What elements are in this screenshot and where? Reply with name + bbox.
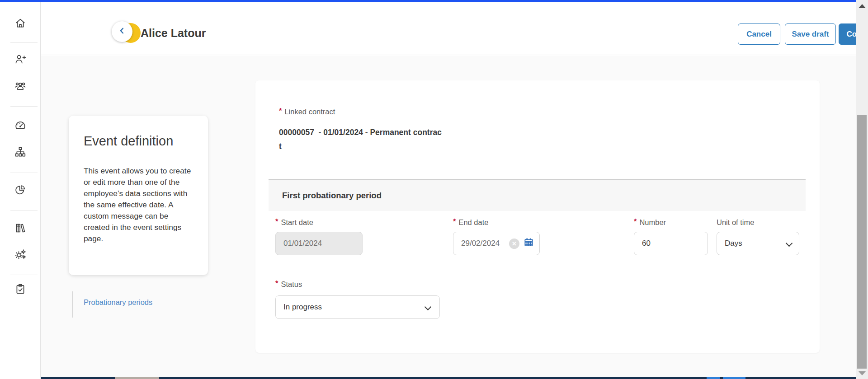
scroll-down-arrow-icon[interactable] [859,371,866,375]
horizontal-scroll-thumb [115,377,159,379]
end-date-input[interactable]: 29/02/2024 ✕ [453,232,540,255]
top-accent-bar [0,0,856,2]
card-title: Event definition [84,134,173,149]
nav-link-probationary-periods[interactable]: Probationary periods [84,298,152,307]
sidebar-item-tasks[interactable] [12,281,29,299]
chevron-down-icon [425,304,432,311]
clipboard-check-icon [14,283,27,297]
required-marker: * [275,279,278,287]
add-person-icon [14,53,27,67]
end-date-value: 29/02/2024 [461,239,509,248]
sidebar-item-people[interactable] [12,79,29,96]
card-body-text: This event allows you to create or edit … [84,165,196,244]
scroll-up-arrow-icon[interactable] [859,4,866,8]
number-input[interactable] [634,232,708,255]
calendar-icon [524,237,534,250]
cancel-button[interactable]: Cancel [738,23,780,45]
people-group-icon [14,80,27,94]
sidebar-item-settings[interactable] [12,247,29,264]
org-chart-icon [14,145,27,160]
bottom-edge-strip [0,377,856,379]
library-books-icon [14,222,27,236]
sidebar [0,2,41,377]
start-date-input [275,232,363,255]
sidebar-item-dashboard[interactable] [12,117,29,135]
status-select[interactable]: In progress [275,295,440,319]
dashboard-gauge-icon [14,119,27,133]
nav-indicator-bar [72,291,73,318]
sidebar-item-library[interactable] [12,220,29,238]
close-icon: ✕ [512,240,517,247]
end-date-label: *End date [453,218,488,227]
sidebar-item-add-person[interactable] [12,51,29,69]
start-date-label: *Start date [275,218,313,227]
section-header: First probationary period [269,179,806,211]
status-label: *Status [275,280,302,289]
page-title: Alice Latour [141,27,206,40]
main-content: Event definition This event allows you t… [41,56,856,377]
back-button[interactable] [112,21,132,42]
header: Alice Latour Cancel Save draft Confirm [41,2,856,55]
vertical-scrollbar[interactable] [856,0,868,379]
unit-of-time-label: Unit of time [717,218,754,227]
back-button-group [112,20,143,46]
sidebar-item-analytics[interactable] [12,182,29,199]
unit-of-time-value: Days [725,239,742,248]
chevron-down-icon [786,240,793,247]
sidebar-item-org-chart[interactable] [12,144,29,161]
status-value: In progress [283,303,322,312]
required-marker: * [453,217,456,225]
sidebar-divider [10,42,38,43]
required-marker: * [275,217,278,225]
number-label: *Number [634,218,666,227]
sidebar-divider [10,210,38,211]
settings-gears-icon [14,248,27,262]
save-draft-button[interactable]: Save draft [785,23,836,45]
sidebar-divider [10,173,38,173]
form-panel: *Linked contract 00000057 - 01/01/2024 -… [255,80,820,353]
scrollbar-thumb[interactable] [857,115,867,369]
bottom-bar-accent [707,377,720,379]
clear-date-button[interactable]: ✕ [509,239,519,249]
sidebar-divider [10,106,38,107]
required-marker: * [279,107,282,115]
sidebar-item-home[interactable] [12,15,29,33]
required-marker: * [634,217,637,225]
unit-of-time-select[interactable]: Days [717,232,799,255]
linked-contract-label: *Linked contract [279,108,335,116]
event-definition-card: Event definition This event allows you t… [69,116,208,275]
sidebar-divider [10,275,38,275]
pie-chart-icon [14,183,27,198]
calendar-button[interactable] [524,239,534,249]
linked-contract-value: 00000057 - 01/01/2024 - Permanent contra… [279,126,442,154]
chevron-left-icon [118,27,126,37]
home-icon [14,17,27,31]
bottom-bar-accent [723,377,745,379]
section-title: First probationary period [282,191,382,201]
